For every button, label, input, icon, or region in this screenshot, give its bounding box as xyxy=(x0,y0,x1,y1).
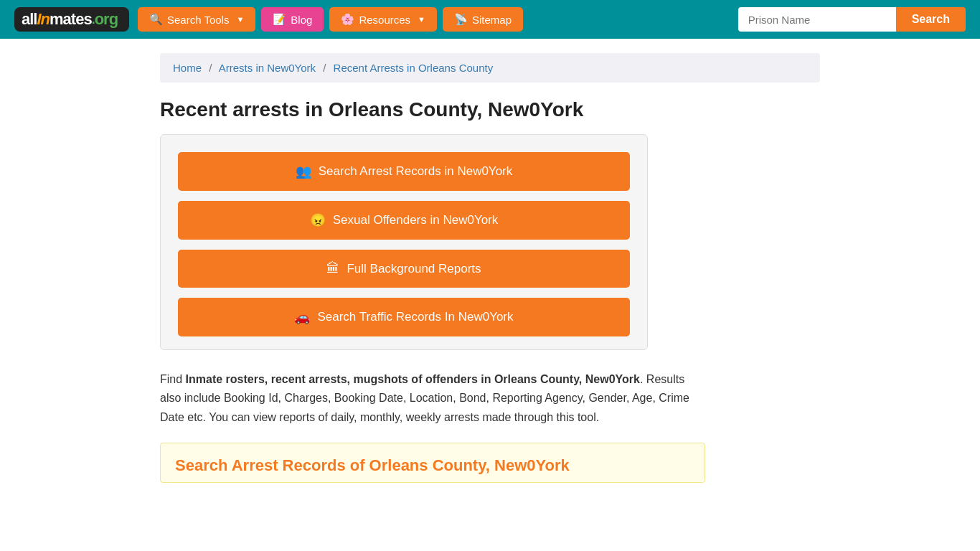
logo-all: all xyxy=(22,10,37,29)
sitemap-label: Sitemap xyxy=(472,14,512,26)
blog-icon: 📝 xyxy=(273,13,286,26)
breadcrumb-home[interactable]: Home xyxy=(173,62,202,74)
sexual-offenders-button[interactable]: 😠 Sexual Offenders in New0York xyxy=(178,201,630,240)
site-logo[interactable]: allInmates.org xyxy=(14,7,129,32)
action-buttons-box: 👥 Search Arrest Records in New0York 😠 Se… xyxy=(160,134,648,350)
resources-chevron-icon: ▼ xyxy=(418,15,425,24)
search-tools-icon: 🔍 xyxy=(149,13,163,26)
full-background-reports-button[interactable]: 🏛 Full Background Reports xyxy=(178,250,630,288)
traffic-records-label: Search Traffic Records In New0York xyxy=(317,310,513,324)
car-icon: 🚗 xyxy=(294,309,310,325)
yellow-heading: Search Arrest Records of Orleans County,… xyxy=(175,456,690,475)
search-arrest-label: Search Arrest Records in New0York xyxy=(319,164,513,179)
header-search: Search xyxy=(738,7,966,32)
building-icon: 🏛 xyxy=(326,261,339,276)
prison-name-input[interactable] xyxy=(738,7,896,32)
search-tools-label: Search Tools xyxy=(167,14,229,26)
blog-label: Blog xyxy=(291,14,312,26)
description-intro: Find xyxy=(160,373,186,385)
description-paragraph: Find Inmate rosters, recent arrests, mug… xyxy=(160,370,705,427)
resources-button[interactable]: 🌸 Resources ▼ xyxy=(329,7,437,32)
sitemap-icon: 📡 xyxy=(454,13,468,26)
offender-icon: 😠 xyxy=(310,212,326,228)
search-tools-chevron-icon: ▼ xyxy=(236,15,244,24)
search-tools-button[interactable]: 🔍 Search Tools ▼ xyxy=(138,7,255,32)
sexual-offenders-label: Sexual Offenders in New0York xyxy=(333,213,499,227)
logo-rest: mates xyxy=(50,10,92,29)
sitemap-button[interactable]: 📡 Sitemap xyxy=(443,7,523,32)
yellow-section: Search Arrest Records of Orleans County,… xyxy=(160,443,705,483)
page-title: Recent arrests in Orleans County, New0Yo… xyxy=(160,98,820,121)
header: allInmates.org 🔍 Search Tools ▼ 📝 Blog 🌸… xyxy=(0,0,980,39)
search-traffic-records-button[interactable]: 🚗 Search Traffic Records In New0York xyxy=(178,298,630,336)
blog-button[interactable]: 📝 Blog xyxy=(261,7,324,32)
search-button[interactable]: Search xyxy=(896,7,966,32)
breadcrumb: Home / Arrests in New0York / Recent Arre… xyxy=(160,53,820,83)
main-nav: 🔍 Search Tools ▼ 📝 Blog 🌸 Resources ▼ 📡 … xyxy=(138,7,730,32)
resources-label: Resources xyxy=(359,14,410,26)
breadcrumb-arrests[interactable]: Arrests in New0York xyxy=(219,62,316,74)
description-bold: Inmate rosters, recent arrests, mugshots… xyxy=(186,373,640,385)
logo-inmates: In xyxy=(37,10,50,29)
main-content: Home / Arrests in New0York / Recent Arre… xyxy=(146,39,834,512)
logo-org: org xyxy=(95,10,118,29)
breadcrumb-sep-1: / xyxy=(209,62,212,74)
search-arrest-records-button[interactable]: 👥 Search Arrest Records in New0York xyxy=(178,152,630,191)
resources-icon: 🌸 xyxy=(341,13,354,26)
people-icon: 👥 xyxy=(296,164,311,179)
full-background-label: Full Background Reports xyxy=(347,262,481,276)
breadcrumb-sep-2: / xyxy=(323,62,326,74)
breadcrumb-current: Recent Arrests in Orleans County xyxy=(334,62,494,74)
